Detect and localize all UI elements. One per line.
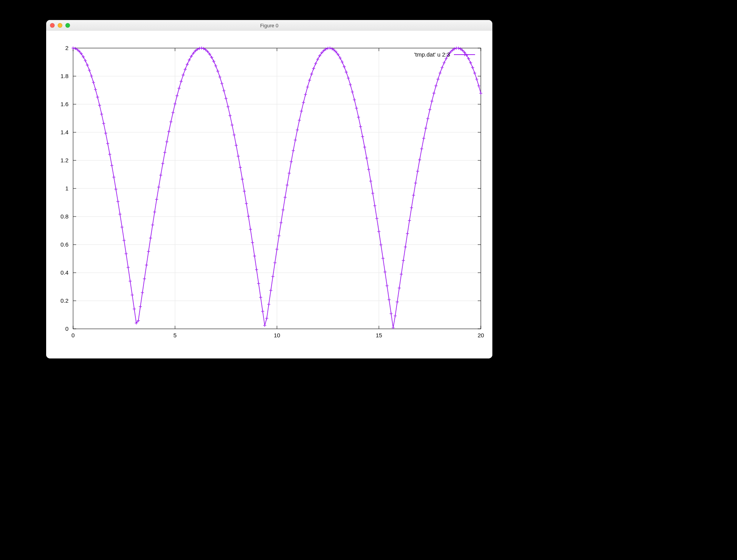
chart: 05101520 0 0.2 0.4 0.6 0.8 1 1.2 1.4 1.6…	[46, 31, 492, 358]
y-tick-label: 2	[65, 45, 68, 51]
x-tick-label: 5	[173, 332, 177, 338]
close-icon[interactable]	[50, 23, 55, 28]
y-tick-label: 1.4	[60, 129, 68, 135]
y-tick-label: 0.8	[60, 213, 68, 220]
x-tick-label: 10	[274, 332, 280, 338]
y-tick-label: 0.6	[60, 241, 68, 248]
x-tick-label: 20	[478, 332, 484, 338]
x-tick-label: 15	[376, 332, 382, 338]
x-tick-label: 0	[72, 332, 75, 338]
y-tick-label: 1.2	[60, 157, 68, 163]
minimize-icon[interactable]	[58, 23, 62, 28]
y-tick-label: 1	[65, 185, 68, 192]
window-title: Figure 0	[46, 23, 492, 28]
traffic-lights	[50, 23, 70, 28]
y-tick-label: 0	[65, 325, 68, 332]
y-tick-label: 0.2	[60, 297, 68, 304]
window: Figure 0 05101520 0 0.2 0.4 0.6 0.8 1 1.…	[46, 20, 492, 358]
titlebar[interactable]: Figure 0	[46, 20, 492, 31]
legend-label: 'tmp.dat' u 2:3	[414, 51, 450, 58]
zoom-icon[interactable]	[65, 23, 70, 28]
y-tick-label: 0.4	[60, 269, 68, 276]
plot-area: 05101520 0 0.2 0.4 0.6 0.8 1 1.2 1.4 1.6…	[46, 31, 492, 358]
y-tick-label: 1.6	[60, 101, 68, 107]
y-tick-label: 1.8	[60, 73, 68, 79]
